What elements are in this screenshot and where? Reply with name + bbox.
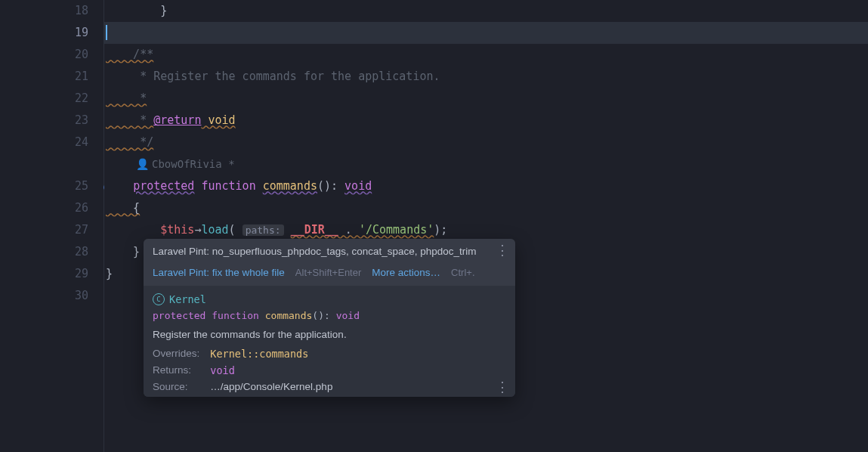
- line-number[interactable]: 20: [0, 44, 88, 66]
- code-line[interactable]: protected function commands(): void: [104, 175, 868, 197]
- inspection-diagnostic: Laravel Pint: no_superfluous_phpdoc_tags…: [153, 246, 477, 257]
- quick-doc-body: C Kernel protected function commands(): …: [144, 286, 515, 397]
- more-actions-link[interactable]: More actions…: [372, 267, 440, 278]
- line-number[interactable]: 23: [0, 110, 88, 132]
- indent: [106, 223, 160, 237]
- code-author-annotation[interactable]: 👤CbowOfRivia *: [104, 153, 868, 175]
- token-concat: .: [338, 223, 359, 237]
- line-number[interactable]: 30: [0, 285, 88, 307]
- sig-kw: function: [212, 310, 259, 321]
- token-comment: *: [106, 113, 153, 127]
- token-string: '/Commands': [359, 223, 434, 237]
- class-name: Kernel: [169, 293, 206, 305]
- more-icon[interactable]: ⋮: [496, 380, 509, 394]
- sig-colon: :: [324, 310, 336, 321]
- token-type: void: [201, 113, 235, 127]
- token-brace: {: [106, 201, 140, 215]
- token-brace: }: [106, 267, 113, 280]
- token-type: void: [344, 179, 372, 193]
- code-line[interactable]: */: [104, 132, 868, 153]
- param-hint: paths:: [242, 224, 284, 236]
- token-comment: Register the commands for the applicatio…: [153, 70, 440, 83]
- line-number[interactable]: 27: [0, 219, 88, 241]
- line-number[interactable]: 26: [0, 197, 88, 219]
- token-comment: */: [106, 135, 153, 149]
- code-line[interactable]: * @return void: [104, 110, 868, 132]
- token-comment: *: [106, 70, 153, 83]
- returns-value: void: [210, 364, 506, 376]
- sig-fn: commands: [265, 310, 313, 321]
- line-number[interactable]: 19: [0, 22, 88, 44]
- code-editor: 18 19 20 21 22 23 24 25 26 27 28 2: [0, 0, 868, 452]
- source-value[interactable]: …/app/Console/Kernel.php: [210, 381, 506, 392]
- inspection-actions: Laravel Pint: fix the whole file Alt+Shi…: [144, 264, 515, 286]
- overrides-value[interactable]: Kernel::commands: [210, 348, 506, 360]
- returns-label: Returns:: [153, 364, 199, 376]
- code-line[interactable]: {: [104, 197, 868, 219]
- overrides-label: Overrides:: [153, 348, 199, 360]
- line-gutter: 18 19 20 21 22 23 24 25 26 27 28 2: [0, 0, 104, 452]
- more-icon[interactable]: ⋮: [496, 243, 509, 257]
- token-comment: *: [106, 91, 147, 105]
- token-keyword: protected: [133, 179, 194, 193]
- sig-kw: protected: [153, 310, 205, 321]
- sig-parens: (): [312, 310, 324, 321]
- inspection-header: Laravel Pint: no_superfluous_phpdoc_tags…: [144, 239, 515, 264]
- line-number[interactable]: 18: [0, 0, 88, 22]
- token-punct: (: [229, 223, 236, 237]
- sig-ret: void: [336, 310, 360, 321]
- token-punct: );: [434, 223, 447, 237]
- code-line[interactable]: *: [104, 88, 868, 110]
- author-gutter-slot: [0, 153, 88, 175]
- line-number[interactable]: 28: [0, 241, 88, 263]
- token-comment: /**: [106, 48, 153, 61]
- inspection-popup: Laravel Pint: no_superfluous_phpdoc_tags…: [144, 239, 515, 397]
- sp: [284, 223, 291, 237]
- source-label: Source:: [153, 381, 199, 392]
- line-number[interactable]: 22: [0, 88, 88, 110]
- token-func: commands: [263, 179, 317, 193]
- person-icon: 👤: [136, 158, 149, 170]
- token-const: __DIR__: [291, 223, 338, 237]
- line-number[interactable]: 21: [0, 66, 88, 88]
- code-line[interactable]: $this→load( paths: __DIR__ . '/Commands'…: [104, 219, 868, 241]
- line-number[interactable]: 29: [0, 263, 88, 285]
- line-number[interactable]: 25: [0, 175, 88, 197]
- quick-doc-class[interactable]: C Kernel: [153, 293, 506, 305]
- fix-file-link[interactable]: Laravel Pint: fix the whole file: [153, 267, 285, 278]
- line-number[interactable]: 24: [0, 132, 88, 153]
- code-line-current[interactable]: [104, 22, 868, 44]
- token-doctag: @return: [153, 113, 201, 127]
- class-icon: C: [153, 293, 165, 305]
- quick-doc-description: Register the commands for the applicatio…: [153, 329, 506, 340]
- token-punct: :: [331, 179, 344, 193]
- token-var: $this: [160, 223, 194, 237]
- code-line[interactable]: }: [104, 0, 868, 22]
- token-punct: (): [317, 179, 331, 193]
- token-keyword: function: [201, 179, 255, 193]
- token-brace: }: [106, 245, 140, 259]
- token-method: load: [201, 223, 228, 237]
- code-line[interactable]: * Register the commands for the applicat…: [104, 66, 868, 88]
- token-brace: }: [106, 4, 167, 17]
- quick-doc-table: Overrides: Kernel::commands Returns: voi…: [153, 348, 506, 392]
- fix-shortcut: Alt+Shift+Enter: [295, 267, 361, 278]
- text-cursor: [106, 25, 107, 40]
- quick-doc-signature: protected function commands(): void: [153, 310, 506, 321]
- code-line[interactable]: /**: [104, 44, 868, 66]
- more-actions-shortcut: Ctrl+.: [451, 267, 474, 278]
- author-name: CbowOfRivia *: [152, 158, 235, 170]
